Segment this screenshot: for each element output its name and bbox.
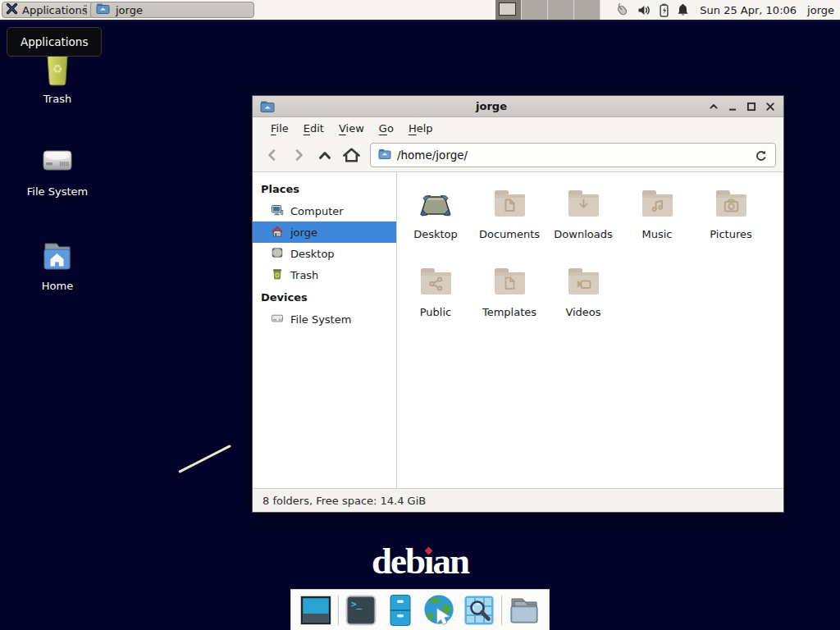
workspace-cell[interactable] bbox=[574, 0, 600, 20]
computer-icon bbox=[271, 203, 284, 219]
toolbar: /home/jorge/ bbox=[253, 139, 783, 172]
folder-music-icon bbox=[637, 184, 677, 226]
folder-down-icon bbox=[564, 184, 603, 226]
debian-i-diamond: ı bbox=[424, 541, 433, 582]
home-button[interactable] bbox=[339, 143, 363, 167]
file-grid: Desktop Documents Downloads Music Pictur… bbox=[397, 172, 783, 488]
sidebar-item-label: Computer bbox=[290, 205, 344, 217]
folder-template-icon bbox=[490, 262, 529, 304]
sidebar-item-file-system[interactable]: File System bbox=[253, 308, 396, 330]
workspace-switcher bbox=[495, 0, 600, 20]
file-item-videos[interactable]: Videos bbox=[546, 262, 620, 340]
desktop-icon-file-system[interactable]: File System bbox=[8, 141, 107, 198]
taskbar-item-label: jorge bbox=[116, 4, 143, 16]
minimize-button[interactable] bbox=[727, 101, 738, 112]
file-item-public[interactable]: Public bbox=[399, 262, 472, 340]
panel-grip[interactable] bbox=[84, 5, 88, 15]
file-item-label: Videos bbox=[565, 306, 600, 318]
desktop-special-icon bbox=[416, 184, 455, 226]
battery-icon[interactable] bbox=[659, 3, 669, 17]
home-folder-icon bbox=[38, 239, 77, 278]
file-item-label: Desktop bbox=[413, 228, 458, 240]
menu-item-file[interactable]: File bbox=[263, 120, 296, 137]
folder-share-icon bbox=[416, 262, 455, 304]
workspace-cell[interactable] bbox=[548, 0, 574, 20]
sidebar-item-label: jorge bbox=[290, 226, 317, 239]
shade-button[interactable] bbox=[708, 101, 719, 112]
file-item-label: Downloads bbox=[554, 228, 612, 240]
sidebar-item-desktop[interactable]: Desktop bbox=[253, 243, 396, 264]
sidebar: PlacesComputerjorgeDesktopTrashDevicesFi… bbox=[253, 172, 397, 488]
menu-item-help[interactable]: Help bbox=[401, 120, 441, 137]
file-item-templates[interactable]: Templates bbox=[472, 262, 546, 340]
forward-button[interactable] bbox=[286, 143, 311, 167]
trash-icon bbox=[271, 267, 284, 283]
sidebar-item-label: Trash bbox=[290, 269, 318, 281]
desktop-icon bbox=[271, 246, 284, 262]
file-item-label: Documents bbox=[479, 228, 540, 240]
terminal-icon[interactable]: >_ bbox=[344, 592, 378, 628]
volume-icon[interactable] bbox=[637, 4, 651, 16]
sidebar-item-jorge[interactable]: jorge bbox=[253, 221, 396, 243]
back-button[interactable] bbox=[260, 143, 285, 167]
taskbar-item[interactable]: jorge bbox=[90, 2, 254, 18]
workspace-cell[interactable] bbox=[495, 0, 522, 20]
home-icon bbox=[271, 225, 284, 240]
workspace-cell[interactable] bbox=[522, 0, 548, 20]
workspace-window-preview bbox=[499, 2, 516, 16]
file-item-label: Music bbox=[642, 228, 673, 240]
sidebar-item-computer[interactable]: Computer bbox=[253, 200, 396, 221]
maximize-button[interactable] bbox=[746, 101, 757, 112]
file-item-desktop[interactable]: Desktop bbox=[399, 184, 472, 262]
web-browser-icon[interactable] bbox=[422, 592, 457, 628]
show-desktop-icon[interactable] bbox=[299, 592, 333, 628]
desktop-icon-label: Trash bbox=[43, 93, 71, 105]
sidebar-header-devices: Devices bbox=[253, 285, 396, 308]
file-item-label: Pictures bbox=[710, 228, 751, 240]
applications-button-label: Applications bbox=[22, 4, 87, 16]
sidebar-header-places: Places bbox=[253, 177, 396, 200]
desktop-icon-label: Home bbox=[42, 280, 73, 292]
window-folder-icon bbox=[260, 100, 275, 113]
menu-item-edit[interactable]: Edit bbox=[296, 120, 331, 137]
username-button[interactable]: jorge bbox=[807, 4, 834, 16]
folder-video-icon bbox=[564, 262, 603, 304]
clock[interactable]: Sun 25 Apr, 10:06 bbox=[700, 4, 797, 16]
desktop-icon-home[interactable]: Home bbox=[8, 239, 107, 292]
file-manager-icon[interactable] bbox=[507, 592, 541, 628]
svg-text:♻: ♻ bbox=[52, 62, 63, 75]
file-cabinet-icon[interactable] bbox=[383, 592, 418, 628]
dock: >_ bbox=[290, 589, 550, 630]
file-item-pictures[interactable]: Pictures bbox=[694, 184, 768, 262]
folder-icon bbox=[96, 2, 110, 17]
folder-doc-icon bbox=[490, 184, 529, 226]
file-item-downloads[interactable]: Downloads bbox=[546, 184, 620, 262]
tooltip-applications: Applications bbox=[7, 27, 102, 57]
menu-bar: FileEditViewGoHelp bbox=[253, 117, 783, 139]
status-bar: 8 folders, Free space: 14.4 GiB bbox=[253, 488, 783, 512]
menu-item-go[interactable]: Go bbox=[372, 120, 401, 137]
sidebar-item-label: File System bbox=[290, 313, 351, 326]
sidebar-item-trash[interactable]: Trash bbox=[253, 264, 396, 285]
menu-item-view[interactable]: View bbox=[331, 120, 372, 137]
up-button[interactable] bbox=[313, 143, 337, 167]
applications-menu-icon bbox=[6, 2, 18, 17]
debian-logo: debıan bbox=[0, 540, 840, 582]
mouse-icon[interactable] bbox=[614, 2, 630, 17]
top-panel: Applications jorge Sun 25 Apr, 10:06 jor… bbox=[0, 0, 840, 21]
path-bar[interactable]: /home/jorge/ bbox=[370, 143, 776, 167]
applications-button[interactable]: Applications bbox=[2, 2, 94, 18]
refresh-button[interactable] bbox=[754, 148, 768, 162]
notifications-icon[interactable] bbox=[677, 3, 689, 17]
svg-text:>_: >_ bbox=[351, 599, 363, 609]
file-manager-window: jorge FileEditViewGoHelp /home/jorge/ Pl… bbox=[252, 95, 784, 513]
app-finder-icon[interactable] bbox=[462, 592, 496, 628]
dock-separator bbox=[501, 596, 502, 625]
file-item-music[interactable]: Music bbox=[620, 184, 694, 262]
window-titlebar[interactable]: jorge bbox=[253, 96, 783, 117]
path-text: /home/jorge/ bbox=[397, 148, 468, 162]
dock-separator bbox=[338, 596, 339, 625]
window-title: jorge bbox=[275, 100, 708, 112]
file-item-documents[interactable]: Documents bbox=[472, 184, 546, 262]
close-button[interactable] bbox=[765, 101, 776, 112]
